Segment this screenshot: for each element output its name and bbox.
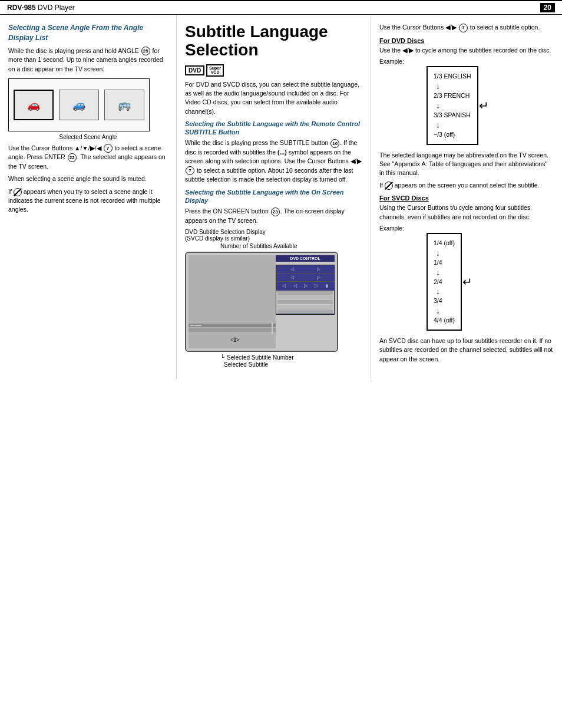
dvd-cycle-diagram: 1/3 ENGLISH ↓ 2/3 FRENCH ↓ 3/3 SPANISH ↓… (403, 66, 478, 145)
mid-column: Subtitle Language Selection DVD Super VC… (177, 15, 371, 378)
left-para4: If appears when you try to select a scen… (8, 187, 168, 215)
screen-bottom-bars: ━━ ━━━━ (189, 324, 276, 333)
return-arrow-dvd: ↵ (479, 67, 489, 144)
cycle-item-3: 3/3 SPANISH (434, 110, 471, 121)
sub2-heading: Selecting the Subtitle Language with the… (185, 188, 362, 205)
dvd-display-label: DVD Subtitle Selection Display(SVCD disp… (185, 229, 362, 242)
cycle-item-2: 2/3 FRENCH (434, 90, 471, 101)
svcd-cycle-item-1: 1/4 (off) (434, 238, 455, 249)
scene-angle-caption: Selected Scene Angle (8, 134, 168, 140)
svcd-cycle-item-2: 1/4 (434, 257, 455, 268)
dvd-control-bar: DVD CONTROL (276, 255, 335, 262)
main-content: Selecting a Scene Angle From the Angle D… (0, 15, 562, 378)
scene-frame-3: 🚌 (104, 90, 144, 120)
badge-row: DVD Super VCD (185, 64, 362, 77)
dvd-example-label: Example: (379, 58, 554, 65)
right-intro-para: Use the Cursor Buttons ◀/▶ 7 to select a… (379, 23, 554, 32)
right-middle-para1: The selected language may be abbreviated… (379, 151, 554, 178)
cycle-item-1: 1/3 ENGLISH (434, 71, 471, 82)
right-column: Use the Cursor Buttons ◀/▶ 7 to select a… (371, 15, 562, 378)
svcd-cycle-item-4: 3/4 (434, 295, 455, 307)
cursor-num: 7 (104, 144, 113, 153)
svcd-discs-heading: For SVCD Discs (379, 195, 554, 202)
mid-intro-para: For DVD and SVCD discs, you can select t… (185, 80, 362, 116)
screen-left-area (189, 255, 276, 348)
no-symbol-left (14, 188, 22, 196)
left-column: Selecting a Scene Angle From the Angle D… (0, 15, 177, 378)
sub1-heading: Selecting the Subtitle Language with the… (185, 120, 362, 137)
svcd-cycle-box: 1/4 (off) ↓ 1/4 ↓ 2/4 ↓ 3/4 ↓ 4/4 (off) … (427, 233, 462, 331)
page-header: RDV-985 DVD Player 20 (0, 0, 562, 15)
left-para1: While the disc is playing press and hold… (8, 47, 168, 74)
return-arrow-svcd: ↵ (462, 234, 472, 330)
svcd-badge: Super VCD (206, 64, 224, 77)
svcd-cycle-item-3: 2/4 (434, 276, 455, 288)
screen-arrow-indicator: ◁▷ (230, 336, 240, 342)
enter-num: 22 (68, 153, 77, 162)
dvd-discs-heading: For DVD Discs (379, 37, 554, 44)
svcd-cycle-diagram: 1/4 (off) ↓ 1/4 ↓ 2/4 ↓ 3/4 ↓ 4/4 (off) … (403, 233, 462, 331)
selected-subtitle-label: Selected Subtitle (224, 361, 268, 368)
scene-angle-diagram: 🚗 🚙 🚌 (8, 78, 150, 131)
right-cursor-num: 7 (459, 24, 468, 32)
svcd-example-label: Example: (379, 225, 554, 232)
main-heading: Subtitle Language Selection (185, 23, 362, 60)
device-name: DVD Player (38, 4, 75, 12)
control-buttons-area: ◁ ▷ ◁ ▷ ◁ ◁ ▷ ▷ (276, 265, 335, 315)
page-number: 20 (540, 3, 555, 12)
dvd-screen: DVD CONTROL ◁ ▷ ◁ ▷ (185, 252, 338, 352)
dvd-badge: DVD (185, 65, 204, 75)
num-subtitles-label: Number of Subtitles Available (220, 243, 362, 249)
right-final-para: An SVCD disc can have up to four subtitl… (379, 337, 554, 364)
left-para2: Use the Cursor Buttons ▲/▼/▶/◀ 7 to sele… (8, 144, 168, 172)
dvd-discs-para: Use the ◀/▶ to cycle among the subtitles… (379, 46, 554, 55)
svcd-cycle-item-5: 4/4 (off) (434, 315, 455, 326)
dvd-cycle-box: 1/3 ENGLISH ↓ 2/3 FRENCH ↓ 3/3 SPANISH ↓… (427, 66, 478, 145)
selected-subtitle-number-label: Selected Subtitle Number (227, 354, 293, 361)
svcd-discs-para: Using the Cursor Buttons t/u cycle among… (379, 203, 554, 221)
sub1-para: While the disc is playing press the SUBT… (185, 139, 362, 184)
no-symbol-right (385, 182, 393, 190)
onscreen-num: 23 (271, 207, 280, 216)
selected-labels: └ Selected Subtitle Number Selected Subt… (220, 354, 379, 368)
scene-frame-1: 🚗 (14, 90, 54, 120)
right-middle-para2: If appears on the screen you cannot sele… (379, 181, 554, 190)
left-para3: When selecting a scene angle the sound i… (8, 174, 168, 183)
left-section-heading: Selecting a Scene Angle From the Angle D… (8, 23, 168, 43)
cursor-num-mid: 7 (186, 166, 194, 175)
dvd-display-container: DVD Subtitle Selection Display(SVCD disp… (185, 229, 362, 368)
angle-num: 25 (141, 47, 150, 55)
header-title: RDV-985 DVD Player (7, 4, 75, 12)
model-name: RDV-985 (7, 4, 36, 12)
sub2-para: Press the ON SCREEN button 23. The on-sc… (185, 207, 362, 225)
cycle-item-4: −/3 (off) (434, 129, 471, 140)
scene-frame-2: 🚙 (59, 90, 99, 120)
subtitle-btn-num: 10 (330, 139, 339, 148)
